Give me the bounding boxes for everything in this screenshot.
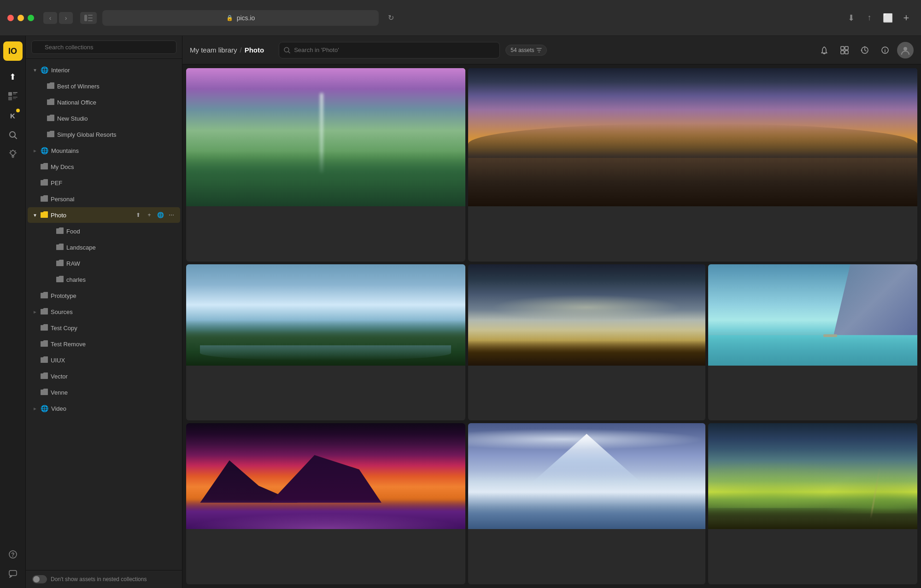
sidebar-search: 🔍 [26, 36, 182, 59]
folder-icon-uiux [41, 356, 48, 364]
photo-add-btn[interactable]: + [144, 210, 154, 220]
tree-item-mountains[interactable]: ► 🌐 Mountains [28, 143, 180, 158]
close-button[interactable] [7, 15, 14, 21]
folder-icon-test-remove [41, 340, 48, 348]
tree-item-charles[interactable]: charles [28, 272, 180, 287]
tree-item-label-prototype: Prototype [51, 292, 176, 299]
folder-icon-new-studio [47, 115, 54, 122]
tree-item-national-office[interactable]: National Office [28, 94, 180, 110]
tree-item-test-remove[interactable]: Test Remove [28, 336, 180, 352]
svg-rect-13 [12, 156, 14, 157]
forward-button[interactable]: › [59, 12, 73, 24]
tree-item-label-simply-global-resorts: Simply Global Resorts [57, 131, 176, 138]
collections-sidebar: 🔍 ▼ 🌐 Interior Best of Winners [26, 36, 182, 588]
svg-line-18 [10, 151, 11, 151]
tree-item-simply-global-resorts[interactable]: Simply Global Resorts [28, 127, 180, 142]
back-button[interactable]: ‹ [43, 12, 57, 24]
photo-more-btn[interactable]: ⋯ [166, 210, 176, 220]
notification-button[interactable] [816, 42, 833, 58]
collections-list: ▼ 🌐 Interior Best of Winners [26, 59, 182, 570]
tree-toggle-interior[interactable]: ▼ [31, 66, 39, 74]
svg-rect-9 [13, 98, 16, 99]
search-icon-button[interactable] [4, 126, 22, 144]
bulb-icon-button[interactable] [4, 146, 22, 163]
tree-item-new-studio[interactable]: New Studio [28, 111, 180, 126]
chat-icon-button[interactable] [4, 565, 22, 582]
help-icon-button[interactable]: ? [4, 546, 22, 563]
tree-item-sources[interactable]: ► Sources [28, 304, 180, 320]
tree-item-label-best-of-winners: Best of Winners [57, 83, 176, 90]
tree-item-interior[interactable]: ▼ 🌐 Interior [28, 62, 180, 78]
photo-cell-green-hills[interactable] [708, 423, 917, 584]
history-button[interactable] [856, 42, 873, 58]
expand-button[interactable]: ⬜ [880, 11, 895, 25]
structure-icon-button[interactable] [4, 87, 22, 105]
tree-item-vector[interactable]: Vector [28, 368, 180, 384]
reload-button[interactable]: ↻ [388, 13, 394, 22]
tree-item-my-docs[interactable]: My Docs [28, 159, 180, 175]
photo-cell-waterfall[interactable] [186, 68, 465, 262]
svg-rect-8 [13, 97, 18, 98]
photo-cell-dramatic-clouds[interactable] [468, 264, 705, 421]
search-bar[interactable] [279, 42, 500, 58]
tree-item-venne[interactable]: Venne [28, 384, 180, 400]
tree-item-food[interactable]: Food [28, 223, 180, 239]
svg-point-12 [11, 151, 15, 155]
chrome-actions: ⬇ ↑ ⬜ + [844, 11, 914, 25]
minimize-button[interactable] [18, 15, 24, 21]
info-button[interactable]: i [877, 42, 893, 58]
breadcrumb-library: My team library [190, 46, 237, 54]
tree-item-label-interior: Interior [51, 67, 176, 74]
folder-icon-national-office [47, 99, 54, 106]
globe-icon-interior: 🌐 [41, 66, 48, 74]
filter-icon[interactable] [536, 47, 542, 53]
maximize-button[interactable] [28, 15, 34, 21]
tree-item-test-copy[interactable]: Test Copy [28, 320, 180, 336]
sidebar-toggle-button[interactable] [80, 12, 97, 24]
svg-rect-26 [845, 47, 848, 50]
tree-item-prototype[interactable]: Prototype [28, 288, 180, 303]
sidebar-footer: Don't show assets in nested collections [26, 570, 182, 588]
photo-cell-teal-water[interactable] [708, 264, 917, 421]
tree-item-landscape[interactable]: Landscape [28, 239, 180, 255]
globe-icon-video: 🌐 [41, 405, 48, 412]
folder-icon-food [56, 227, 64, 235]
photo-search-input[interactable] [294, 47, 495, 53]
grid-view-button[interactable] [836, 42, 853, 58]
tree-toggle-photo[interactable]: ▼ [31, 211, 39, 219]
tree-item-video[interactable]: ► 🌐 Video [28, 401, 180, 416]
tree-toggle-sources[interactable]: ► [31, 308, 39, 315]
tree-item-raw[interactable]: RAW [28, 256, 180, 271]
photo-cell-purple-landscape[interactable] [186, 423, 465, 584]
new-tab-button[interactable]: + [899, 11, 914, 25]
folder-icon-simply-global-resorts [47, 131, 54, 139]
folder-icon-pef [41, 179, 48, 187]
user-icon-button[interactable]: K [4, 107, 22, 124]
address-bar[interactable]: 🔒 pics.io [102, 10, 379, 26]
app-logo[interactable]: IO [3, 41, 23, 61]
tree-item-photo[interactable]: ▼ Photo ⬆ + 🌐 ⋯ [28, 207, 180, 223]
tree-item-label-vector: Vector [51, 373, 176, 380]
app-container: IO ⬆ K [0, 36, 921, 588]
svg-rect-4 [8, 92, 12, 96]
tree-item-best-of-winners[interactable]: Best of Winners [28, 78, 180, 94]
photo-upload-btn[interactable]: ⬆ [133, 210, 143, 220]
tree-item-uiux[interactable]: UIUX [28, 352, 180, 368]
share-button[interactable]: ↑ [862, 11, 877, 25]
app-header: My team library / Photo 54 assets [182, 36, 921, 64]
tree-item-label-uiux: UIUX [51, 357, 176, 364]
photo-cell-forest-mountain[interactable] [186, 264, 465, 421]
tree-item-pef[interactable]: PEF [28, 175, 180, 191]
nested-assets-toggle[interactable] [32, 575, 47, 583]
tree-item-personal[interactable]: Personal [28, 191, 180, 207]
photo-globe-btn[interactable]: 🌐 [155, 210, 165, 220]
photo-cell-sunset-road[interactable] [468, 68, 917, 262]
user-avatar[interactable] [897, 42, 914, 58]
folder-icon-sources [41, 308, 48, 316]
upload-icon-button[interactable]: ⬆ [4, 68, 22, 86]
collections-search-input[interactable] [31, 41, 176, 54]
download-button[interactable]: ⬇ [844, 11, 858, 25]
svg-rect-7 [8, 97, 12, 100]
svg-point-10 [10, 132, 15, 137]
photo-cell-snowy-mountain[interactable] [468, 423, 705, 584]
